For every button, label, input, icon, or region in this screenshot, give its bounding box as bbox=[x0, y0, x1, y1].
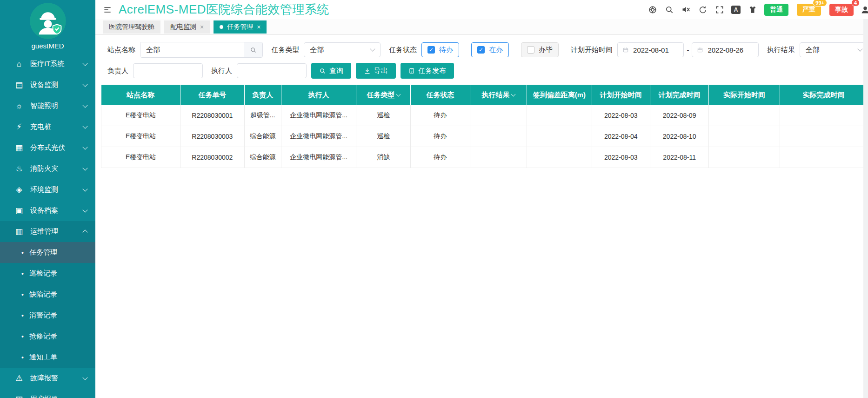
column-header-label: 站点名称 bbox=[127, 91, 154, 99]
export-button[interactable]: 导出 bbox=[356, 63, 396, 79]
table-cell: 2022-08-04 bbox=[592, 126, 650, 147]
sidebar-subitem-label: 巡检记录 bbox=[29, 269, 57, 278]
tab-医院管理驾驶舱[interactable]: 医院管理驾驶舱 bbox=[103, 20, 160, 34]
sidebar-item-充电桩[interactable]: ⚡充电桩 bbox=[0, 116, 95, 137]
table-row[interactable]: E楼变电站R2208030001超级管...企业微电网能源管...巡检待办202… bbox=[101, 105, 868, 126]
date-range-separator: - bbox=[687, 46, 689, 54]
help-buoy-icon[interactable] bbox=[648, 5, 657, 14]
search-icon bbox=[319, 67, 326, 74]
alarm-badge-事故[interactable]: 事故4 bbox=[829, 4, 854, 16]
result-select[interactable]: 全部 bbox=[800, 42, 868, 57]
column-header-任务状态: 任务状态 bbox=[410, 85, 470, 105]
publish-button[interactable]: 任务发布 bbox=[401, 63, 454, 79]
date-to-input[interactable]: 2022-08-26 bbox=[692, 42, 758, 57]
clipboard-icon bbox=[408, 67, 415, 74]
tab-close-icon[interactable]: × bbox=[257, 23, 260, 31]
tab-配电监测[interactable]: 配电监测× bbox=[164, 20, 210, 34]
scrollbar-track[interactable] bbox=[863, 19, 868, 398]
sidebar-subitem-缺陷记录[interactable]: •缺陷记录 bbox=[0, 284, 95, 305]
table-cell bbox=[470, 105, 527, 126]
translate-icon[interactable]: A bbox=[731, 6, 741, 14]
sidebar-menu: ⌂医疗IT系统▤设备监测☼智能照明⚡充电桩▦分布式光伏♨消防火灾◈环境监测▣设备… bbox=[0, 54, 95, 398]
sidebar-item-分布式光伏[interactable]: ▦分布式光伏 bbox=[0, 137, 95, 158]
chevron-down-icon bbox=[82, 123, 87, 128]
calendar-icon bbox=[697, 47, 703, 53]
tab-任务管理[interactable]: 任务管理× bbox=[214, 20, 267, 34]
table-cell bbox=[470, 147, 527, 168]
alarm-badge-普通[interactable]: 普通 bbox=[764, 4, 788, 16]
sidebar-item-设备监测[interactable]: ▤设备监测 bbox=[0, 74, 95, 95]
checkbox-unchecked-icon[interactable] bbox=[527, 46, 534, 54]
status-checkbox-办毕[interactable]: 办毕 bbox=[521, 42, 559, 57]
owner-input[interactable] bbox=[133, 63, 203, 78]
search-icon[interactable] bbox=[664, 5, 674, 14]
refresh-icon[interactable] bbox=[698, 5, 708, 14]
status-checkbox-在办[interactable]: ✓在办 bbox=[471, 42, 509, 57]
sidebar-item-智能照明[interactable]: ☼智能照明 bbox=[0, 95, 95, 116]
menu-toggle-icon[interactable] bbox=[103, 5, 112, 14]
tab-close-icon[interactable]: × bbox=[200, 23, 204, 31]
status-checkbox-待办[interactable]: ✓待办 bbox=[421, 42, 459, 57]
table-cell bbox=[470, 126, 527, 147]
sort-caret-icon[interactable] bbox=[511, 92, 516, 96]
environment-icon: ◈ bbox=[14, 185, 24, 195]
column-header-任务类型[interactable]: 任务类型 bbox=[356, 85, 410, 105]
sidebar-item-用户报修[interactable]: ▧用户报修 bbox=[0, 389, 95, 398]
column-header-计划完成时间: 计划完成时间 bbox=[650, 85, 709, 105]
sidebar-item-环境监测[interactable]: ◈环境监测 bbox=[0, 179, 95, 200]
chevron-down-icon bbox=[82, 396, 87, 398]
column-header-label: 任务类型 bbox=[367, 91, 394, 99]
theme-icon[interactable] bbox=[748, 5, 757, 14]
table-cell: 综合能源 bbox=[244, 147, 281, 168]
checkbox-checked-icon[interactable]: ✓ bbox=[477, 46, 485, 54]
date-from-input[interactable]: 2022-08-01 bbox=[617, 42, 684, 57]
sidebar-item-故障报警[interactable]: ⚠故障报警 bbox=[0, 368, 95, 389]
station-search-icon[interactable] bbox=[244, 42, 262, 57]
table-cell: 巡检 bbox=[356, 126, 410, 147]
sidebar: guestMED ⌂医疗IT系统▤设备监测☼智能照明⚡充电桩▦分布式光伏♨消防火… bbox=[0, 0, 95, 398]
sidebar-subitem-巡检记录[interactable]: •巡检记录 bbox=[0, 263, 95, 284]
sidebar-subitem-通知工单[interactable]: •通知工单 bbox=[0, 347, 95, 368]
table-cell: R2208030003 bbox=[180, 126, 244, 147]
mute-icon[interactable] bbox=[681, 5, 691, 14]
station-input[interactable] bbox=[140, 42, 244, 57]
table-cell bbox=[780, 147, 868, 168]
active-tab-dot bbox=[220, 25, 223, 29]
table-cell: E楼变电站 bbox=[101, 105, 180, 126]
table-cell: 待办 bbox=[410, 126, 470, 147]
sidebar-item-医疗IT系统[interactable]: ⌂医疗IT系统 bbox=[0, 54, 95, 74]
app-title: AcrelEMS-MED医院综合能效管理系统 bbox=[119, 1, 329, 18]
sidebar-subitem-任务管理[interactable]: •任务管理 bbox=[0, 242, 95, 263]
query-button[interactable]: 查询 bbox=[311, 63, 351, 79]
checkbox-checked-icon[interactable]: ✓ bbox=[427, 46, 435, 54]
sidebar-item-运维管理[interactable]: ▥运维管理 bbox=[0, 221, 95, 242]
solar-panel-icon: ▦ bbox=[14, 143, 24, 153]
sidebar-item-label: 智能照明 bbox=[30, 101, 83, 110]
executor-input[interactable] bbox=[237, 63, 307, 78]
sidebar-subitem-消警记录[interactable]: •消警记录 bbox=[0, 305, 95, 326]
column-header-label: 计划完成时间 bbox=[659, 91, 701, 99]
table-cell bbox=[527, 105, 592, 126]
fullscreen-icon[interactable] bbox=[714, 5, 724, 14]
sidebar-item-消防火灾[interactable]: ♨消防火灾 bbox=[0, 158, 95, 179]
table-row[interactable]: E楼变电站R2208030002综合能源企业微电网能源管...消缺待办2022-… bbox=[101, 147, 868, 168]
table-cell bbox=[709, 147, 780, 168]
fault-alarm-icon: ⚠ bbox=[14, 373, 24, 383]
sidebar-subitem-抢修记录[interactable]: •抢修记录 bbox=[0, 326, 95, 347]
sort-caret-icon[interactable] bbox=[396, 92, 401, 96]
table-cell bbox=[780, 126, 868, 147]
table-row[interactable]: E楼变电站R2208030003综合能源企业微电网能源管...巡检待办2022-… bbox=[101, 126, 868, 147]
alarm-badge-严重[interactable]: 严重99+ bbox=[797, 4, 821, 16]
user-profile-icon[interactable] bbox=[861, 5, 868, 14]
avatar[interactable] bbox=[30, 3, 66, 39]
table-cell bbox=[780, 105, 868, 126]
status-checkbox-group: ✓待办✓在办办毕 bbox=[421, 42, 571, 57]
column-header-执行结果[interactable]: 执行结果 bbox=[470, 85, 527, 105]
sidebar-item-设备档案[interactable]: ▣设备档案 bbox=[0, 200, 95, 221]
sidebar-item-label: 消防火灾 bbox=[30, 164, 83, 173]
table-cell: 消缺 bbox=[356, 147, 410, 168]
bullet-icon: • bbox=[21, 270, 24, 277]
chevron-down-icon bbox=[82, 165, 87, 170]
sidebar-item-label: 运维管理 bbox=[30, 227, 83, 236]
task-type-select[interactable]: 全部 bbox=[304, 42, 381, 57]
